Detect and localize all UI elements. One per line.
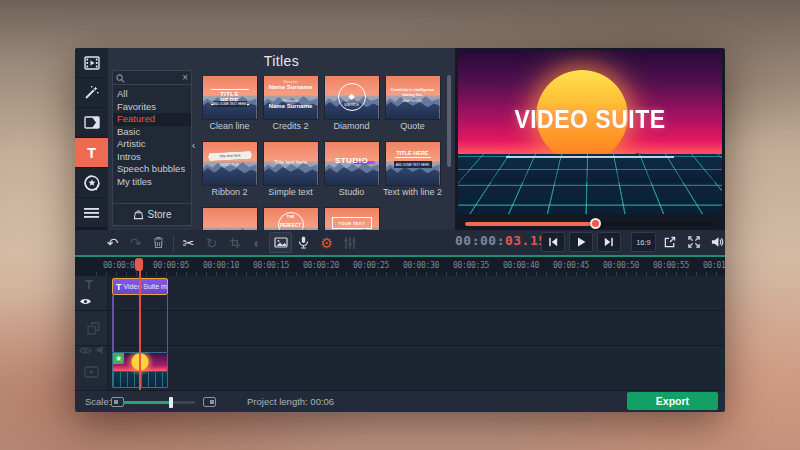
previous-frame-button[interactable] — [541, 232, 565, 252]
video-editor-window: T Titles × AllFavoritesFeaturedBasicArti… — [75, 48, 725, 412]
seek-bar[interactable] — [465, 222, 712, 226]
title-track-visibility-icon[interactable] — [79, 297, 92, 306]
title-template-thumbnail: DirectorName SurnameProducerName Surname — [264, 76, 318, 119]
ruler-label: 00:00:25 — [346, 257, 396, 276]
playhead-marker[interactable] — [135, 258, 143, 271]
sidebar-item-more-tools[interactable] — [75, 198, 108, 227]
pop-out-player-button[interactable] — [659, 232, 680, 252]
category-item[interactable]: Basic — [113, 126, 191, 139]
sidebar-item-titles[interactable]: T — [75, 138, 108, 167]
title-clip-icon: T — [116, 282, 122, 292]
undo-button[interactable]: ↶ — [101, 232, 124, 253]
title-template[interactable]: Title text here Simple text — [260, 142, 321, 208]
fullscreen-button[interactable] — [683, 232, 704, 252]
video-track-mute-icon[interactable] — [96, 345, 106, 355]
title-template[interactable]: Title text hereSUBTITLE Ribbon 2 — [199, 142, 260, 208]
store-button[interactable]: Store — [113, 203, 191, 225]
record-voice-button[interactable] — [292, 232, 315, 253]
title-template[interactable]: TITLE HEREAND SOME TEXT HERE Text with l… — [382, 142, 443, 208]
title-template[interactable]: DirectorName SurnameProducerName Surname… — [260, 76, 321, 142]
zoom-in-icon[interactable] — [203, 397, 216, 407]
overlay-track-icon — [87, 322, 100, 335]
crop-button[interactable] — [223, 232, 246, 253]
contrast-icon: ◐ — [253, 236, 261, 250]
category-item[interactable]: My titles — [113, 176, 191, 189]
next-frame-icon — [604, 237, 614, 247]
title-template[interactable]: STUDIO Studio — [321, 142, 382, 208]
scale-slider-handle[interactable] — [169, 397, 173, 408]
ruler-label: 00:00:55 — [646, 257, 696, 276]
timecode: 00:00:03.150 — [455, 233, 555, 248]
insert-image-button[interactable] — [269, 232, 292, 253]
trash-icon — [153, 236, 164, 249]
undo-icon: ↶ — [107, 236, 119, 250]
title-template-label: Text with line 2 — [382, 188, 443, 198]
title-template[interactable]: YOUR TEXT — [321, 208, 382, 230]
ruler-label: 00:00:40 — [496, 257, 546, 276]
redo-icon: ↷ — [130, 236, 142, 250]
sliders-icon — [344, 237, 356, 249]
title-template[interactable]: THEPERFECT — [260, 208, 321, 230]
category-list: AllFavoritesFeaturedBasicArtisticIntrosS… — [113, 88, 191, 188]
edit-toolbar: ↶ ↷ ✂ ↻ ◐ ⚙ — [101, 231, 361, 254]
scale-label: Scale: — [85, 396, 111, 407]
redo-button[interactable]: ↷ — [124, 232, 147, 253]
collapse-panel-button[interactable]: ‹ — [189, 136, 198, 154]
category-item[interactable]: Featured — [113, 113, 191, 126]
crop-icon — [229, 237, 241, 249]
sidebar-item-transitions[interactable] — [75, 108, 108, 137]
category-item[interactable]: Favorites — [113, 101, 191, 114]
next-frame-button[interactable] — [597, 232, 621, 252]
image-icon — [274, 237, 288, 248]
title-template-thumbnail: Creativity is intelligencehaving fun.Alb… — [386, 76, 440, 119]
sidebar-item-filters[interactable] — [75, 78, 108, 107]
sidebar-item-media[interactable] — [75, 48, 108, 77]
magic-wand-icon — [84, 85, 99, 100]
timeline-tracks: T T Video Suite m ★ — [75, 276, 725, 390]
volume-icon — [711, 236, 724, 248]
title-template[interactable]: SUB TITLE Diamond — [321, 76, 382, 142]
category-item[interactable]: Artistic — [113, 138, 191, 151]
cut-button[interactable]: ✂ — [177, 232, 200, 253]
seek-handle[interactable] — [590, 218, 601, 229]
ruler-label: 00:00:15 — [246, 257, 296, 276]
scissors-icon: ✂ — [183, 236, 195, 250]
title-template-label: Clean line — [199, 122, 260, 132]
title-template-thumbnail: Title text hereSUBTITLE — [203, 142, 257, 185]
film-play-icon — [84, 56, 100, 70]
title-template-thumbnail: THEPERFECT — [264, 208, 318, 230]
title-template[interactable]: Creativity is intelligencehaving fun.Alb… — [382, 76, 443, 142]
clip-settings-button[interactable]: ⚙ — [315, 232, 338, 253]
sidebar-item-stickers[interactable] — [75, 168, 108, 197]
title-template-thumbnail: STUDIO — [325, 142, 379, 185]
timeline-ruler[interactable]: 00:00:0000:00:0500:00:1000:00:1500:00:20… — [75, 257, 725, 276]
audio-levels-button[interactable] — [338, 232, 361, 253]
store-label: Store — [148, 209, 172, 220]
search-input[interactable]: × — [113, 71, 191, 85]
fullscreen-icon — [688, 236, 700, 248]
category-item[interactable]: Speech bubbles — [113, 163, 191, 176]
volume-button[interactable] — [707, 232, 725, 252]
title-template-label: Credits 2 — [260, 122, 321, 132]
sidebar: T — [75, 48, 108, 230]
timeline-scale-slider[interactable] — [123, 401, 195, 404]
ruler-label: 00:00:30 — [396, 257, 446, 276]
title-clip-label: Video Suite m — [124, 283, 167, 290]
color-adjust-button[interactable]: ◐ — [246, 232, 269, 253]
templates-scrollbar[interactable] — [447, 75, 451, 167]
titles-icon: T — [87, 144, 96, 161]
category-item[interactable]: Intros — [113, 151, 191, 164]
preview-panel: VIDEO SUITE — [455, 48, 725, 230]
video-track-visibility-icon[interactable] — [79, 346, 92, 355]
clear-search-icon[interactable]: × — [182, 71, 188, 84]
title-template[interactable]: TITLE HEREAND SOME TEXT HERE Clean line — [199, 76, 260, 142]
title-template-thumbnail — [203, 208, 257, 230]
category-item[interactable]: All — [113, 88, 191, 101]
aspect-ratio-button[interactable]: 16:9 — [631, 232, 656, 252]
play-button[interactable] — [569, 232, 593, 252]
delete-button[interactable] — [147, 232, 170, 253]
title-template[interactable] — [199, 208, 260, 230]
export-button[interactable]: Export — [627, 392, 718, 410]
rotate-button[interactable]: ↻ — [200, 232, 223, 253]
track-headers: T — [75, 276, 108, 390]
